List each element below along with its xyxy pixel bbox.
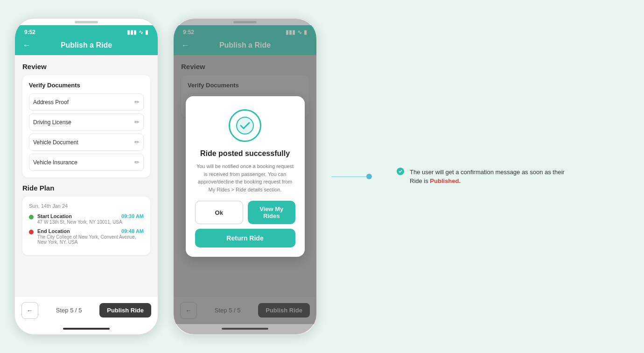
ride-plan-card-1: Sun, 14th Jan 24 Start Location 09:30 AM…	[22, 197, 150, 255]
speaker	[75, 21, 98, 23]
start-location-row: Start Location 09:30 AM 47 W 13th St, Ne…	[29, 213, 144, 225]
doc-row-address: Address Proof ✏	[29, 93, 144, 111]
doc-row-vehicle: Vehicle Document ✏	[29, 134, 144, 151]
edit-icon-address[interactable]: ✏	[134, 99, 140, 106]
edit-icon-insurance[interactable]: ✏	[134, 159, 140, 166]
end-label: End Location	[37, 228, 70, 234]
doc-row-license: Driving License ✏	[29, 113, 144, 131]
modal-overlay: Ride posted successfully You will be not…	[174, 19, 316, 334]
ride-plan-label-1: Ride Plan	[22, 184, 150, 192]
start-info: Start Location 09:30 AM 47 W 13th St, Ne…	[37, 213, 144, 225]
verify-docs-title-1: Verify Documents	[29, 82, 144, 89]
status-icons-1: ▮▮▮ ∿ ▮	[127, 29, 148, 35]
annotation-connector-dot	[366, 174, 372, 179]
publish-ride-btn-1[interactable]: Publish Ride	[99, 303, 151, 318]
phone-frame-2: 9:52 ▮▮▮ ∿ ▮ ← Publish a Ride Review Ver…	[173, 18, 317, 335]
home-bar-1	[63, 328, 110, 330]
step-text-1: Step 5 / 5	[56, 307, 82, 314]
annotation-text-wrap: The user will get a confirmation message…	[397, 168, 568, 186]
annotation-highlight: Published.	[430, 177, 461, 184]
ride-plan-subtitle-1: Sun, 14th Jan 24	[29, 203, 144, 209]
return-ride-button[interactable]: Return Ride	[195, 229, 295, 247]
phone-frame-1: 9:52 ▮▮▮ ∿ ▮ ← Publish a Ride Review Ver…	[14, 18, 159, 335]
doc-name-vehicle: Vehicle Document	[33, 139, 78, 146]
ok-button[interactable]: Ok	[195, 201, 244, 224]
modal-description: You will be notified once a booking requ…	[195, 162, 295, 193]
start-time: 09:30 AM	[121, 213, 144, 219]
doc-name-insurance: Vehicle Insurance	[33, 159, 77, 166]
time-display-1: 9:52	[24, 29, 35, 35]
view-my-rides-button[interactable]: View My Rides	[248, 201, 295, 224]
annotation-connector-line	[331, 176, 369, 177]
status-bar-1: 9:52 ▮▮▮ ∿ ▮	[15, 25, 158, 37]
end-time: 09:48 AM	[121, 228, 144, 234]
signal-icon: ▮▮▮	[127, 29, 137, 35]
annotation-check-icon	[397, 168, 404, 175]
edit-icon-license[interactable]: ✏	[134, 119, 140, 126]
battery-icon: ▮	[145, 29, 148, 35]
review-label-1: Review	[22, 63, 150, 71]
end-location-row: End Location 09:48 AM The City College o…	[29, 228, 144, 245]
modal-title: Ride posted successfully	[195, 149, 295, 158]
start-address: 47 W 13th St, New York, NY 10011, USA	[37, 219, 144, 225]
doc-row-insurance: Vehicle Insurance ✏	[29, 154, 144, 171]
end-info: End Location 09:48 AM The City College o…	[37, 228, 144, 245]
start-label: Start Location	[37, 213, 72, 219]
annotation-area: The user will get a confirmation message…	[331, 168, 630, 186]
checkmark-icon	[236, 117, 254, 134]
success-check-circle	[229, 109, 261, 142]
modal-action-buttons: Ok View My Rides	[195, 201, 295, 224]
phone-content-1: Review Verify Documents Address Proof ✏ …	[15, 55, 158, 296]
svg-point-0	[237, 117, 253, 134]
wifi-icon: ∿	[139, 29, 143, 35]
bottom-bar-1: ← Step 5 / 5 Publish Ride	[15, 296, 158, 324]
notch-area	[15, 19, 158, 25]
annotation-text: The user will get a confirmation message…	[410, 168, 568, 186]
edit-icon-vehicle[interactable]: ✏	[134, 139, 140, 146]
verify-docs-card-1: Verify Documents Address Proof ✏ Driving…	[22, 75, 150, 177]
nav-bar-1: ← Publish a Ride	[15, 37, 158, 55]
annotation-checkmark	[398, 169, 403, 174]
nav-title-1: Publish a Ride	[61, 41, 112, 49]
success-modal: Ride posted successfully You will be not…	[186, 96, 305, 257]
end-dot	[29, 230, 34, 234]
start-dot	[29, 215, 34, 219]
start-header: Start Location 09:30 AM	[37, 213, 144, 219]
doc-name-license: Driving License	[33, 119, 71, 126]
back-button-1[interactable]: ←	[22, 41, 31, 50]
end-address: The City College of New York, Convent Av…	[37, 234, 144, 245]
doc-name-address: Address Proof	[33, 99, 69, 106]
bottom-back-btn-1[interactable]: ←	[21, 302, 38, 319]
end-header: End Location 09:48 AM	[37, 228, 144, 234]
home-indicator-1	[15, 324, 158, 333]
